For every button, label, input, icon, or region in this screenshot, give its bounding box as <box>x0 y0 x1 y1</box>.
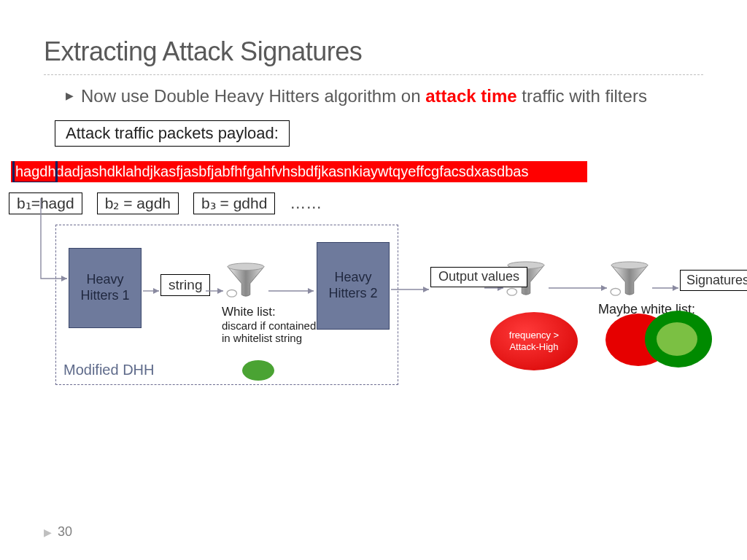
svg-point-7 <box>228 263 264 271</box>
venn-lightgreen-ellipse <box>657 322 697 356</box>
ellipsis: …… <box>290 194 322 213</box>
maybe-whitelist-venn <box>605 311 715 369</box>
funnel-icon-3 <box>608 261 651 298</box>
whitelist-heading: White list: <box>222 305 276 319</box>
whitelist-body: discard if contained in whitelist string <box>222 319 316 344</box>
payload-string: hagdhdadjashdklahdjkasfjasbfjabfhfgahfvh… <box>15 163 528 179</box>
heavy-hitters-1-box: Heavy Hitters 1 <box>69 248 142 328</box>
bullet-text: Now use Double Heavy Hitters algorithm o… <box>81 85 647 107</box>
sliding-window-boxes: b₁=hagd b₂ = agdh b₃ = gdhd …… <box>9 192 703 214</box>
page-number: ▶ 30 <box>44 524 72 540</box>
page-arrow-icon: ▶ <box>44 526 52 538</box>
whitelist-caption: White list: discard if contained in whit… <box>222 305 317 344</box>
svg-point-10 <box>507 289 516 296</box>
b2-box: b₂ = agdh <box>97 192 179 214</box>
output-values-box: Output values <box>430 267 527 287</box>
b3-box: b₃ = gdhd <box>193 192 275 214</box>
bullet-arrow-icon: ▶ <box>66 90 74 101</box>
signatures-box: Signatures <box>680 270 747 291</box>
svg-point-11 <box>611 262 648 269</box>
frequency-threshold-bubble: frequency > Attack-High <box>490 312 578 370</box>
bullet-post: traffic with filters <box>517 86 647 106</box>
heavy-hitters-2-box: Heavy Hitters 2 <box>317 242 390 330</box>
slide-title: Extracting Attack Signatures <box>44 36 703 75</box>
modified-dhh-label: Modified DHH <box>63 362 154 378</box>
bullet-emphasis: attack time <box>425 86 516 106</box>
svg-point-12 <box>611 289 620 296</box>
payload-label-box: Attack traffic packets payload: <box>55 120 290 147</box>
bullet-item: ▶ Now use Double Heavy Hitters algorithm… <box>66 85 703 107</box>
whitelist-green-ellipse <box>242 360 274 381</box>
algorithm-diagram: Modified DHH Heavy Hitters 1 Heavy Hitte… <box>15 225 703 407</box>
bullet-pre: Now use Double Heavy Hitters algorithm o… <box>81 86 425 106</box>
funnel-icon-1 <box>225 262 267 299</box>
string-box: string <box>160 274 210 296</box>
payload-string-bar: hagdhdadjashdklahdjkasfjasbfjabfhfgahfvh… <box>11 161 587 182</box>
svg-point-8 <box>227 290 236 298</box>
page-number-value: 30 <box>58 524 72 540</box>
